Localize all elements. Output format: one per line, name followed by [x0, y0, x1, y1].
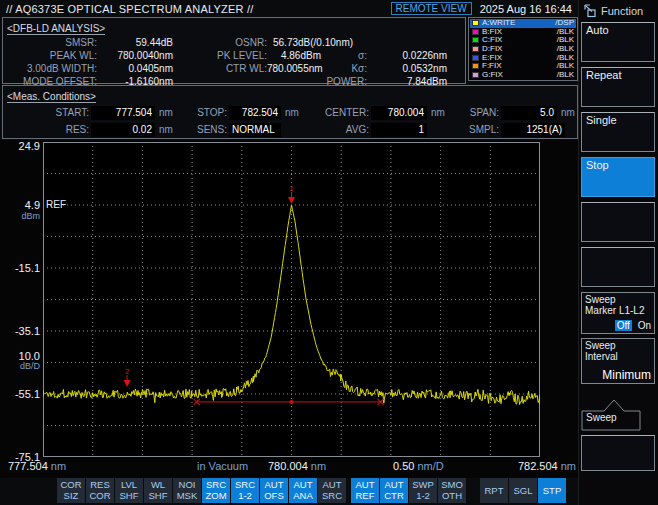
toolbar-stp[interactable]: STP [538, 478, 566, 503]
remote-view-badge: REMOTE VIEW [391, 2, 472, 15]
toolbar-label: AUT [318, 479, 346, 490]
function-header-label: Function [601, 5, 643, 17]
x-end-value: 782.504 [518, 460, 558, 472]
app-title: // AQ6373E OPTICAL SPECTRUM ANALYZER // [6, 3, 253, 15]
x-end-unit: nm [561, 460, 576, 472]
toolbar-smo-oth[interactable]: SMOOTH [438, 478, 466, 503]
dfb-analysis-grid: SMSR: 59.44dB PEAK WL: 780.0040nm 3.00dB… [3, 36, 465, 88]
toolbar-sgl[interactable]: SGL [509, 478, 537, 503]
toolbar-label: ZOM [202, 490, 230, 501]
sigma-value: 0.0226nm [367, 49, 449, 62]
softkey-label: Single [586, 114, 617, 126]
softkey-blank-4[interactable] [581, 202, 655, 242]
svg-text:1: 1 [290, 185, 294, 192]
y-axis-tick: -55.1 [0, 388, 40, 400]
mode-offset-value: -1.6160nm [97, 75, 175, 88]
x-scale-unit: nm/D [417, 460, 443, 472]
trace-row-g[interactable]: G:FIX/BLK [470, 71, 576, 80]
toolbar-noi-msk[interactable]: NOIMSK [173, 478, 201, 503]
toolbar-label: AUT [260, 479, 288, 490]
sweep-marker-off[interactable]: Off [615, 320, 632, 331]
meas-value-stop[interactable]: 782.504 [229, 106, 281, 120]
softkey-stop[interactable]: Stop [581, 157, 655, 197]
toolbar-label: RES [86, 479, 114, 490]
meas-value-center[interactable]: 780.004 [371, 106, 427, 120]
toolbar-label: SIZ [57, 490, 85, 501]
dfb-ld-analysis-panel: <DFB-LD ANALYSIS> SMSR: 59.44dB PEAK WL:… [2, 17, 466, 84]
toolbar-aut-ref[interactable]: AUTREF [351, 478, 379, 503]
softkey-repeat[interactable]: Repeat [581, 67, 655, 107]
softkey-auto[interactable]: Auto [581, 22, 655, 62]
medium-label: in Vacuum [197, 460, 248, 472]
meas-label-res: RES: [5, 124, 89, 135]
toolbar-lvl-shf[interactable]: LVLSHF [115, 478, 143, 503]
meas-value-span[interactable]: 5.0 [501, 106, 557, 120]
toolbar-cor-siz[interactable]: CORSIZ [57, 478, 85, 503]
toolbar-rpt[interactable]: RPT [480, 478, 508, 503]
meas-value-res[interactable]: 0.02 [91, 123, 155, 137]
sweep-marker-panel: Sweep Marker L1-L2 Off On [581, 292, 655, 334]
y-axis-tick: 24.9 [0, 140, 40, 152]
meas-unit: nm [155, 124, 179, 135]
sweep-interval-line2: Interval [585, 351, 651, 362]
toolbar-src-zom[interactable]: SRCZOM [202, 478, 230, 503]
bottom-toolbar: CORSIZRESCORLVLSHFWLSHFNOIMSKSRCZOMSRC1-… [57, 478, 567, 503]
softkey-single[interactable]: Single [581, 112, 655, 152]
x-center-unit: nm [311, 460, 326, 472]
ref-level-label: REF [46, 199, 66, 210]
sweep-marker-toggle: Off On [615, 320, 651, 331]
toolbar-src-1-2[interactable]: SRC1-2 [231, 478, 259, 503]
function-sidebar: Function AutoRepeatSingleStop Sweep Mark… [578, 0, 658, 505]
sweep-interval-panel[interactable]: Sweep Interval Minimum [581, 338, 655, 384]
trace-label: G:FIX [482, 71, 557, 79]
meas-value-avg[interactable]: 1 [371, 123, 427, 137]
title-bar: // AQ6373E OPTICAL SPECTRUM ANALYZER // … [0, 0, 578, 16]
softkey-blank-5[interactable] [581, 247, 655, 287]
trace-color-swatch [472, 46, 479, 52]
spectrum-plot-svg: 12 [43, 142, 540, 457]
meas-label-start: START: [5, 107, 89, 118]
main-area: // AQ6373E OPTICAL SPECTRUM ANALYZER // … [0, 0, 578, 505]
osnr-label: OSNR: [175, 36, 267, 49]
toolbar-label: SRC [202, 479, 230, 490]
datetime: 2025 Aug 16 16:44 [480, 3, 572, 15]
width-value: 0.0405nm [97, 62, 175, 75]
toolbar-label: REF [351, 490, 379, 501]
ctr-wl-label: CTR WL: [175, 62, 267, 75]
toolbar-res-cor[interactable]: RESCOR [86, 478, 114, 503]
toolbar-aut-ofs[interactable]: AUTOFS [260, 478, 288, 503]
meas-value-start[interactable]: 777.504 [91, 106, 155, 120]
toolbar-label: WL [144, 479, 172, 490]
spectrum-plot: 12 [43, 142, 540, 457]
toolbar-label: OTH [438, 490, 466, 501]
smsr-label: SMSR: [3, 36, 97, 49]
trace-color-swatch [472, 55, 479, 61]
trace-color-swatch [472, 29, 479, 35]
x-axis-end: 782.504nm [518, 460, 576, 472]
meas-unit: nm [281, 107, 307, 118]
jump-back-icon [583, 4, 597, 18]
sweep-marker-on[interactable]: On [638, 320, 651, 331]
dfb-section-title: <DFB-LD ANALYSIS> [7, 23, 105, 35]
toolbar-aut-src[interactable]: AUTSRC [318, 478, 346, 503]
meas-value-sens[interactable]: NORMAL [229, 123, 281, 137]
toolbar-label: SRC [318, 490, 346, 501]
peak-wl-value: 780.0040nm [97, 49, 175, 62]
toolbar-aut-ctr[interactable]: AUTCTR [380, 478, 408, 503]
meas-unit: nm [427, 107, 453, 118]
softkey-blank-bottom[interactable] [581, 435, 655, 471]
sweep-marker-line2: Marker L1-L2 [585, 305, 651, 316]
meas-section-title: <Meas. Conditions> [7, 91, 96, 103]
sigma-label: σ: [323, 49, 367, 62]
sweep-interval-value: Minimum [602, 370, 651, 381]
width-label: 3.00dB WIDTH: [3, 62, 97, 75]
toolbar-aut-ana[interactable]: AUTANA [289, 478, 317, 503]
toolbar-swp-1-2[interactable]: SWP1-2 [409, 478, 437, 503]
trace-color-swatch [472, 63, 479, 69]
spectrum-chart: 24.9 4.9 dBm -15.1 -35.1 10.0 dB/D -55.1… [0, 140, 578, 478]
softkey-label: Repeat [586, 69, 621, 81]
toolbar-wl-shf[interactable]: WLSHF [144, 478, 172, 503]
meas-label-sens: SENS: [179, 124, 227, 135]
pk-level-value: 4.86dBm [267, 49, 323, 62]
meas-value-smpl[interactable]: 1251(A) [501, 123, 565, 137]
